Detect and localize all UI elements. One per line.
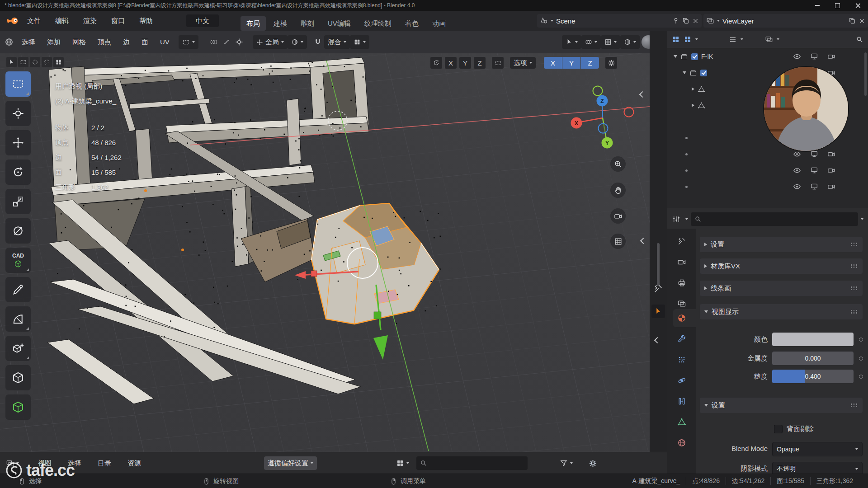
menu-help[interactable]: 帮助	[138, 15, 154, 27]
shading-mode-dropdown[interactable]	[620, 35, 640, 49]
tab-material-active[interactable]	[675, 312, 688, 324]
language-switch-button[interactable]: 中文	[186, 14, 219, 27]
animate-dot-icon[interactable]	[859, 375, 863, 379]
roughness-slider[interactable]: 0.400	[772, 370, 854, 383]
expand-icon[interactable]	[683, 71, 686, 74]
asset-menu-catalog[interactable]: 目录	[97, 457, 112, 469]
metallic-slider[interactable]: 0.000	[772, 352, 854, 365]
animate-dot-icon[interactable]	[859, 338, 863, 342]
outliner-row[interactable]	[667, 178, 868, 195]
panel-viewport-display[interactable]: 视图显示	[700, 304, 863, 319]
outliner-row[interactable]	[667, 146, 868, 162]
filter-display-icon[interactable]	[765, 35, 773, 43]
blender-logo-icon[interactable]	[6, 17, 19, 25]
shadow-mode-dropdown[interactable]: 不透明	[772, 462, 863, 474]
drag-grip-icon[interactable]	[850, 264, 858, 268]
tab-object-data[interactable]	[675, 416, 688, 428]
panel-settings-collapsed[interactable]: 设置	[700, 237, 863, 252]
view-layer-selector[interactable]: ViewLayer	[703, 14, 868, 28]
orientation-dropdown[interactable]: 全局	[253, 35, 288, 49]
snap-base-icon[interactable]	[492, 57, 504, 69]
menu-file[interactable]: 文件	[26, 15, 42, 27]
outliner-row[interactable]: F-IK	[667, 48, 868, 65]
menu-window[interactable]: 窗口	[110, 15, 126, 27]
scrollbar[interactable]	[657, 243, 660, 286]
menu-edge[interactable]: 边	[122, 36, 131, 48]
show-gizmo-dropdown[interactable]	[562, 35, 581, 49]
animate-dot-icon[interactable]	[859, 357, 863, 361]
add-cube-tool[interactable]	[5, 336, 31, 361]
expand-icon[interactable]	[692, 87, 694, 91]
close-view-layer-icon[interactable]	[859, 18, 865, 24]
cad-tool[interactable]: CAD	[5, 248, 31, 273]
menu-uv[interactable]: UV	[159, 36, 170, 48]
hide-eye-icon[interactable]	[793, 150, 801, 158]
close-button[interactable]	[848, 0, 868, 11]
filter-settings-gear-icon[interactable]	[586, 457, 599, 469]
active-tool-tab[interactable]	[651, 305, 665, 318]
constraint-x-button[interactable]: X	[544, 57, 562, 69]
render-visibility-icon[interactable]	[827, 150, 835, 158]
tab-animation[interactable]: 动画	[426, 16, 452, 31]
outliner-row[interactable]	[667, 162, 868, 178]
lasso-select-icon[interactable]	[42, 57, 52, 67]
collection-checkbox[interactable]	[691, 53, 698, 60]
scene-selector[interactable]: Scene	[537, 14, 702, 28]
matcap-sphere-icon[interactable]	[642, 35, 650, 49]
tab-uv-editing[interactable]: UV编辑	[322, 16, 357, 31]
rotate-tool[interactable]	[5, 160, 31, 185]
ortho-toggle-button[interactable]	[610, 234, 626, 249]
blend-mode-dropdown[interactable]: Opaque	[772, 442, 863, 456]
maximize-button[interactable]	[827, 0, 848, 11]
render-visibility-icon[interactable]	[827, 52, 835, 61]
tab-render[interactable]	[675, 256, 688, 268]
extra-cube-tool[interactable]	[5, 394, 31, 420]
panel-settings-expanded[interactable]: 设置	[700, 398, 863, 413]
proportional-edit-icon[interactable]	[208, 36, 220, 48]
pan-button[interactable]	[610, 183, 626, 198]
selected-vertex[interactable]	[144, 189, 147, 192]
selected-vertex[interactable]	[181, 249, 184, 251]
transform-tool[interactable]	[5, 218, 31, 244]
constraint-z-button[interactable]: Z	[581, 57, 599, 69]
snapping-dropdown[interactable]: 混合	[324, 35, 350, 49]
cursor-tool[interactable]	[5, 101, 31, 126]
menu-face[interactable]: 面	[141, 36, 149, 48]
copy-view-layer-icon[interactable]	[849, 17, 856, 24]
cube-tool[interactable]	[5, 365, 31, 390]
tab-layout[interactable]: 布局	[241, 16, 266, 31]
tab-view-layer[interactable]	[675, 297, 688, 310]
options-dropdown[interactable]: 选项	[510, 57, 536, 69]
drag-grip-icon[interactable]	[850, 310, 858, 314]
properties-filter-icon[interactable]	[670, 213, 683, 225]
outliner-row[interactable]	[667, 65, 868, 81]
menu-mesh[interactable]: 网格	[71, 36, 87, 48]
render-visibility-icon[interactable]	[827, 166, 835, 174]
viewport-visibility-icon[interactable]	[810, 166, 818, 174]
tab-modifiers[interactable]	[675, 333, 688, 345]
tab-world[interactable]	[675, 436, 688, 449]
paint-select-icon[interactable]	[53, 57, 64, 67]
minimize-button[interactable]	[807, 0, 827, 11]
display-size-icon[interactable]	[394, 457, 406, 469]
copy-scene-icon[interactable]	[682, 17, 689, 24]
menu-render[interactable]: 渲染	[82, 15, 98, 27]
axis-neg-z[interactable]	[599, 124, 608, 133]
gizmo-settings-icon[interactable]	[605, 57, 617, 69]
properties-search-input[interactable]	[691, 212, 858, 226]
close-scene-icon[interactable]	[692, 18, 699, 24]
annotate-tool[interactable]	[5, 277, 31, 302]
mirror-x-button[interactable]: X	[445, 57, 457, 69]
collection-checkbox[interactable]	[700, 70, 707, 76]
viewport-visibility-icon[interactable]	[810, 183, 818, 191]
asset-search-input[interactable]	[416, 456, 528, 470]
proportional-falloff-dropdown[interactable]	[350, 35, 369, 49]
menu-edit[interactable]: 编辑	[54, 15, 70, 27]
tab-modeling[interactable]: 建模	[268, 16, 293, 31]
menu-select[interactable]: 选择	[21, 36, 36, 48]
tab-tool[interactable]	[675, 235, 688, 248]
filter-funnel-icon[interactable]	[557, 457, 570, 469]
hide-eye-icon[interactable]	[793, 183, 801, 191]
measure-tool[interactable]	[5, 306, 31, 332]
camera-view-button[interactable]	[610, 208, 626, 224]
